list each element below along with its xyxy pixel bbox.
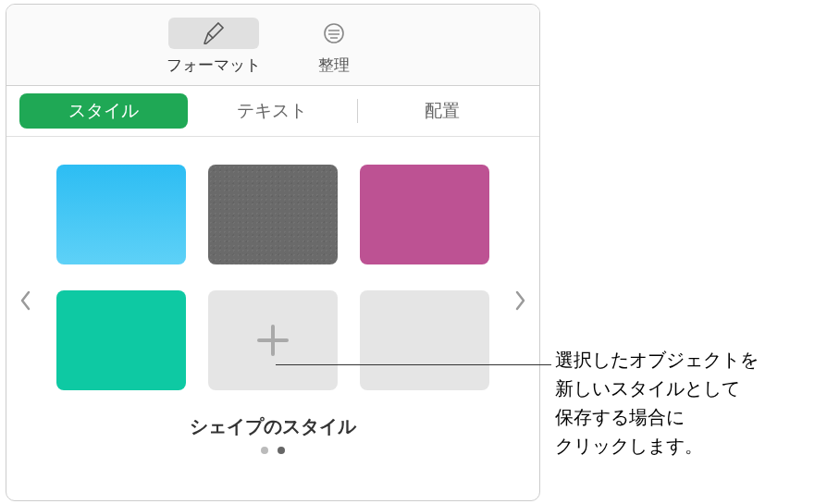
tabs-row: スタイル テキスト 配置 bbox=[6, 86, 539, 137]
callout-text: 選択したオブジェクトを 新しいスタイルとして 保存する場合に クリックします。 bbox=[555, 346, 759, 461]
prev-page-arrow[interactable] bbox=[12, 282, 40, 319]
style-swatch-blue[interactable] bbox=[56, 165, 186, 264]
inspector-panel: フォーマット 整理 スタイル テキスト 配置 bbox=[6, 4, 540, 501]
arrange-icon-wrap bbox=[289, 18, 379, 49]
style-swatch-gray-texture[interactable] bbox=[208, 165, 338, 264]
next-page-arrow[interactable] bbox=[506, 282, 534, 319]
style-swatch-teal[interactable] bbox=[56, 290, 186, 390]
callout-line-2: 新しいスタイルとして bbox=[555, 378, 740, 399]
page-dot-1[interactable] bbox=[261, 447, 268, 454]
style-swatch-empty[interactable] bbox=[360, 290, 489, 390]
toolbar-top: フォーマット 整理 bbox=[6, 5, 539, 86]
chevron-left-icon bbox=[19, 289, 32, 312]
plus-icon bbox=[252, 319, 294, 362]
page-indicator bbox=[25, 447, 521, 454]
callout-leader-line bbox=[276, 364, 551, 365]
page-dot-2[interactable] bbox=[278, 447, 285, 454]
style-swatch-magenta[interactable] bbox=[360, 165, 489, 264]
format-label: フォーマット bbox=[167, 55, 261, 76]
arrange-label: 整理 bbox=[318, 55, 350, 76]
paintbrush-icon bbox=[201, 20, 227, 46]
styles-area: シェイプのスタイル bbox=[6, 137, 539, 463]
format-icon-wrap bbox=[168, 18, 259, 49]
arrange-icon bbox=[321, 20, 347, 46]
styles-grid bbox=[25, 165, 521, 390]
callout-line-3: 保存する場合に bbox=[555, 407, 685, 427]
section-title: シェイプのスタイル bbox=[25, 414, 521, 439]
format-tab[interactable]: フォーマット bbox=[167, 18, 261, 76]
tab-text[interactable]: テキスト bbox=[188, 93, 356, 129]
callout-line-1: 選択したオブジェクトを bbox=[555, 350, 759, 370]
add-style-button[interactable] bbox=[208, 290, 338, 390]
tab-layout[interactable]: 配置 bbox=[358, 93, 526, 129]
svg-point-0 bbox=[325, 24, 343, 43]
callout-line-4: クリックします。 bbox=[555, 436, 703, 456]
tab-style[interactable]: スタイル bbox=[19, 93, 188, 129]
arrange-tab[interactable]: 整理 bbox=[289, 18, 379, 76]
chevron-right-icon bbox=[513, 289, 526, 312]
